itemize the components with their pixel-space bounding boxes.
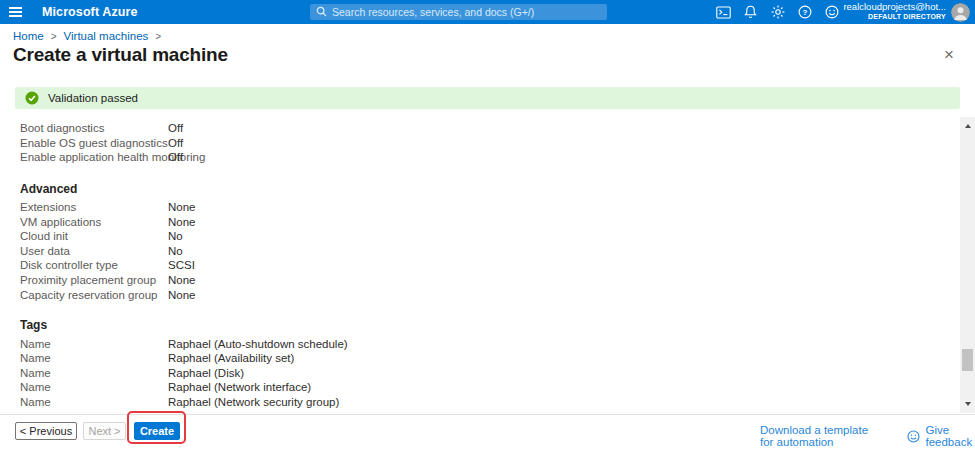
more-options-icon[interactable]: ··· <box>184 46 201 62</box>
detail-row: Boot diagnostics Off <box>20 122 920 136</box>
global-search[interactable] <box>310 4 607 20</box>
tag-row: Name Raphael (Network security group) <box>20 396 920 410</box>
tag-label: Name <box>20 396 51 408</box>
detail-value: Off <box>168 122 183 134</box>
detail-label: VM applications <box>20 216 101 228</box>
detail-value: SCSI <box>168 259 195 271</box>
azure-portal-page: { "topbar": { "brand": "Microsoft Azure"… <box>0 0 975 452</box>
feedback-icon[interactable] <box>824 5 839 20</box>
footer-links: Download a template for automation Give … <box>760 424 975 448</box>
detail-value: No <box>168 245 183 257</box>
topbar-icon-group: ? <box>716 0 839 24</box>
help-icon[interactable]: ? <box>797 5 812 20</box>
cloud-shell-icon[interactable] <box>716 5 731 20</box>
detail-value: None <box>168 274 196 286</box>
detail-value: None <box>168 201 196 213</box>
breadcrumb-virtual-machines[interactable]: Virtual machines <box>64 30 149 42</box>
tag-row: Name Raphael (Auto-shutdown schedule) <box>20 338 920 352</box>
detail-value: Off <box>168 151 183 163</box>
detail-row: Extensions None <box>20 201 920 215</box>
tag-label: Name <box>20 338 51 350</box>
tag-row: Name Raphael (Disk) <box>20 367 920 381</box>
detail-row: Cloud init No <box>20 230 920 244</box>
vertical-scrollbar[interactable] <box>960 117 975 413</box>
detail-row: User data No <box>20 245 920 259</box>
validation-banner-text: Validation passed <box>48 92 138 104</box>
detail-label: Capacity reservation group <box>20 289 157 301</box>
tag-value: Raphael (Availability set) <box>168 352 294 364</box>
footer-bar: < Previous Next > Create Download a temp… <box>0 414 975 452</box>
svg-text:?: ? <box>802 8 807 17</box>
tag-label: Name <box>20 367 51 379</box>
detail-label: Extensions <box>20 201 76 213</box>
settings-gear-icon[interactable] <box>770 5 785 20</box>
detail-value: Off <box>168 137 183 149</box>
scrollbar-up-arrow-icon[interactable] <box>965 124 971 128</box>
detail-row: VM applications None <box>20 216 920 230</box>
previous-button[interactable]: < Previous <box>15 422 77 440</box>
top-bar: Microsoft Azure ? realcloudprojects@hot.… <box>0 0 975 24</box>
detail-row: Capacity reservation group None <box>20 289 920 303</box>
tag-value: Raphael (Network interface) <box>168 381 311 393</box>
tag-label: Name <box>20 352 51 364</box>
detail-value: None <box>168 216 196 228</box>
breadcrumb: Home > Virtual machines > <box>13 28 168 44</box>
close-icon[interactable]: × <box>944 46 954 63</box>
detail-row: Enable OS guest diagnostics Off <box>20 137 920 151</box>
download-template-link[interactable]: Download a template for automation <box>760 424 884 448</box>
tag-value: Raphael (Network security group) <box>168 396 339 408</box>
account-name: realcloudprojects@hot... <box>843 2 946 13</box>
breadcrumb-home[interactable]: Home <box>13 30 44 42</box>
create-button[interactable]: Create <box>134 422 180 440</box>
account-directory: DEFAULT DIRECTORY <box>843 13 946 21</box>
notifications-bell-icon[interactable] <box>743 5 758 20</box>
avatar[interactable] <box>951 3 970 22</box>
tag-value: Raphael (Disk) <box>168 367 244 379</box>
validation-banner: Validation passed <box>15 87 960 109</box>
detail-value: No <box>168 230 183 242</box>
tag-row: Name Raphael (Network interface) <box>20 381 920 395</box>
next-button[interactable]: Next > <box>83 422 126 440</box>
account-info[interactable]: realcloudprojects@hot... DEFAULT DIRECTO… <box>843 2 946 21</box>
section-header-advanced: Advanced <box>20 182 77 196</box>
tag-value: Raphael (Auto-shutdown schedule) <box>168 338 348 350</box>
tag-label: Name <box>20 381 51 393</box>
search-input[interactable] <box>332 6 601 18</box>
tag-row: Name Raphael (Availability set) <box>20 352 920 366</box>
section-header-tags: Tags <box>20 318 47 332</box>
success-check-icon <box>25 91 39 105</box>
detail-row: Proximity placement group None <box>20 274 920 288</box>
detail-label: Cloud init <box>20 230 68 242</box>
breadcrumb-separator: > <box>44 31 64 42</box>
detail-value: None <box>168 289 196 301</box>
hamburger-menu-icon[interactable] <box>0 0 30 24</box>
detail-label: Proximity placement group <box>20 274 156 286</box>
detail-label: User data <box>20 245 70 257</box>
detail-row: Enable application health monitoring Off <box>20 151 920 165</box>
breadcrumb-separator: > <box>148 31 168 42</box>
scrollbar-thumb[interactable] <box>962 349 973 371</box>
detail-label: Boot diagnostics <box>20 122 104 134</box>
give-feedback-icon[interactable] <box>907 430 920 443</box>
detail-row: Disk controller type SCSI <box>20 259 920 273</box>
detail-label: Enable OS guest diagnostics <box>20 137 168 149</box>
detail-label: Disk controller type <box>20 259 118 271</box>
azure-brand[interactable]: Microsoft Azure <box>42 0 138 24</box>
scrollbar-down-arrow-icon[interactable] <box>965 402 971 406</box>
give-feedback-link[interactable]: Give feedback <box>925 424 975 448</box>
search-icon <box>316 3 327 21</box>
